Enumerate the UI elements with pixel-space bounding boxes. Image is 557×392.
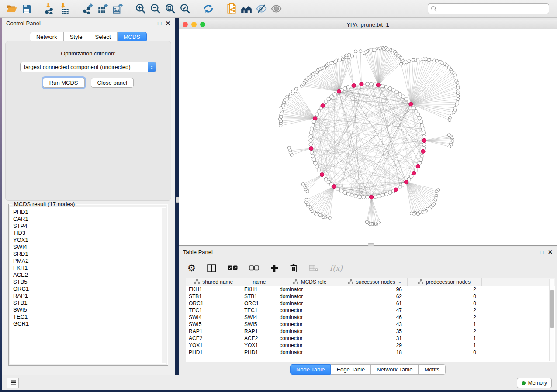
graph-node[interactable] [420,154,424,158]
mcds-result-item[interactable]: PMA2 [13,258,166,265]
table-scrollbar-thumb[interactable] [550,290,554,328]
graph-node[interactable] [358,195,361,199]
mcds-result-item[interactable]: ORC1 [13,285,166,292]
graph-dominator-node[interactable] [337,89,341,93]
graph-node[interactable] [398,93,402,96]
graph-node[interactable] [388,87,392,90]
graph-node[interactable] [324,100,328,103]
open-session-icon[interactable] [4,1,19,16]
close-panel-button[interactable]: Close panel [91,78,134,88]
graph-dominator-node[interactable] [409,102,413,106]
graph-node[interactable] [448,119,451,122]
graph-dominator-node[interactable] [370,195,374,199]
graph-node[interactable] [441,62,444,65]
close-table-panel-icon[interactable]: ✕ [548,249,553,255]
graph-node[interactable] [388,191,392,194]
column-header-successor-nodes[interactable]: successor nodes⌄ [343,278,407,286]
table-mode-gear-icon[interactable]: ⚙ [187,263,196,273]
graph-node[interactable] [384,85,388,89]
delete-column-icon[interactable] [290,264,298,272]
graph-node[interactable] [412,106,415,110]
memory-button[interactable]: Memory [517,378,552,388]
zoom-out-icon[interactable] [148,1,163,16]
graph-dominator-node[interactable] [321,103,325,107]
column-header-shared-name[interactable]: shared name [186,278,242,286]
mcds-result-item[interactable]: PHD1 [13,209,166,216]
search-box[interactable] [428,3,549,14]
table-row[interactable]: PHD1PHD1dominator180 [186,349,555,356]
column-header-MCDS-role[interactable]: MCDS role [277,278,343,286]
graph-dominator-node[interactable] [352,83,356,87]
graph-dominator-node[interactable] [416,164,420,168]
zoom-selected-icon[interactable] [178,1,193,16]
save-session-icon[interactable] [19,1,34,16]
graph-node[interactable] [384,192,388,196]
import-network-icon[interactable] [42,1,57,16]
mcds-result-item[interactable]: SWI4 [13,244,166,251]
close-panel-icon[interactable]: ✕ [166,21,170,26]
graph-node[interactable] [410,212,413,215]
apply-layout-icon[interactable] [201,1,216,16]
graph-node[interactable] [305,198,308,201]
graph-dominator-node[interactable] [422,138,426,142]
graph-node[interactable] [457,86,460,89]
mcds-result-item[interactable]: SWI5 [13,306,166,313]
graph-dominator-node[interactable] [421,149,425,153]
tab-motifs[interactable]: Motifs [419,364,446,375]
graph-node[interactable] [422,143,426,146]
graph-node[interactable] [309,139,312,142]
zoom-fit-icon[interactable] [163,1,178,16]
graph-node[interactable] [301,183,304,186]
graph-node[interactable] [311,154,315,158]
graph-node[interactable] [309,131,313,134]
graph-node[interactable] [346,85,350,89]
graph-node[interactable] [314,162,317,165]
graph-node[interactable] [395,90,398,94]
graph-node[interactable] [354,50,357,53]
tab-edge-table[interactable]: Edge Table [331,364,371,375]
graph-node[interactable] [354,194,357,198]
function-builder-icon[interactable]: f(x) [330,264,343,272]
graph-node[interactable] [400,62,403,65]
tab-style[interactable]: Style [64,32,89,42]
graph-node[interactable] [398,185,402,189]
graph-dominator-node[interactable] [376,83,380,87]
mcds-result-item[interactable]: GCR1 [13,320,166,327]
graph-node[interactable] [421,127,425,131]
graph-node[interactable] [315,113,318,116]
graph-node[interactable] [339,189,343,193]
mcds-result-item[interactable]: YOX1 [13,237,166,244]
clone-network-icon[interactable] [224,1,239,16]
mcds-result-item[interactable]: RAP1 [13,292,166,299]
graph-node[interactable] [448,145,451,148]
graph-node[interactable] [287,146,291,149]
delete-table-icon[interactable] [309,265,318,272]
table-row[interactable]: FKH1FKH1dominator962 [186,286,555,293]
export-network-icon[interactable] [80,1,95,16]
graph-node[interactable] [377,194,381,198]
graph-node[interactable] [333,93,336,96]
graph-dominator-node[interactable] [332,185,336,189]
mcds-result-item[interactable]: STB5 [13,279,166,285]
graph-node[interactable] [401,95,405,98]
graph-node[interactable] [420,124,424,127]
float-table-panel-icon[interactable]: □ [540,249,543,255]
graph-node[interactable] [317,109,321,113]
show-hide-columns-icon[interactable] [207,264,216,272]
graph-node[interactable] [417,213,420,216]
graph-node[interactable] [456,81,459,84]
graph-node[interactable] [324,178,328,181]
graph-node[interactable] [366,82,369,86]
table-row[interactable]: ORC1ORC1dominator610 [186,300,555,307]
graph-node[interactable] [427,58,430,62]
panel-menu-button[interactable] [7,378,19,388]
graph-node[interactable] [418,116,421,120]
graph-node[interactable] [408,60,411,63]
import-table-icon[interactable] [57,1,72,16]
tab-select[interactable]: Select [89,32,118,42]
table-row[interactable]: STB1STB1dominator620 [186,293,555,300]
graph-node[interactable] [343,87,346,90]
graph-dominator-node[interactable] [313,117,317,120]
graph-node[interactable] [309,135,312,138]
graph-node[interactable] [414,109,418,113]
